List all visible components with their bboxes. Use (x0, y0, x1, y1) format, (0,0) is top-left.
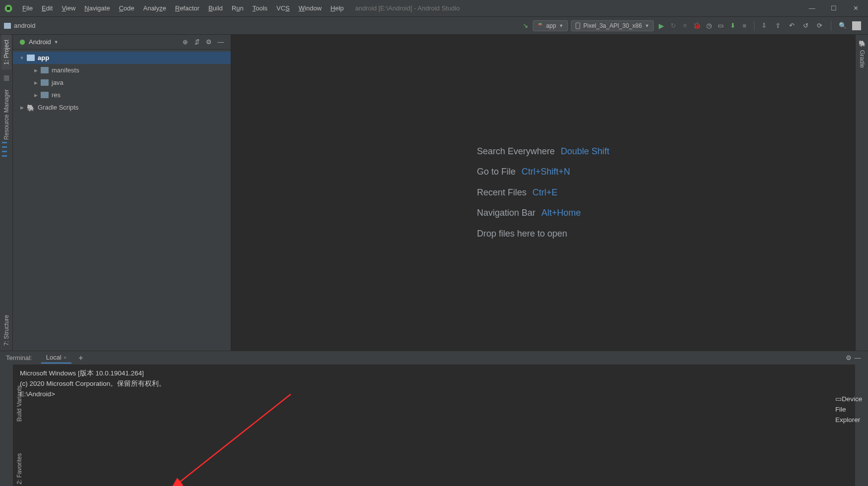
menu-build[interactable]: Build (204, 2, 227, 14)
separator (754, 21, 754, 31)
run-config-combo[interactable]: app ▼ (533, 20, 568, 31)
search-icon[interactable]: 🔍 (838, 21, 847, 30)
separator (831, 21, 831, 31)
terminal-tab-local[interactable]: Local× (41, 352, 72, 364)
folder-icon (41, 92, 49, 98)
gradle-icon: 🐘 (27, 104, 35, 111)
close-button[interactable]: ✕ (852, 4, 859, 12)
right-tool-stripe: 🐘Gradle (855, 35, 868, 351)
terminal-line: Microsoft Windows [版本 10.0.19041.264] (20, 368, 848, 379)
menu-view[interactable]: View (57, 2, 80, 14)
tree-item-manifests[interactable]: ▶ manifests (13, 64, 231, 76)
menu-edit[interactable]: Edit (37, 2, 57, 14)
maximize-button[interactable]: ☐ (830, 4, 837, 12)
titlebar: File Edit View Navigate Code Analyze Ref… (0, 0, 868, 17)
annotation-arrow (162, 389, 301, 486)
hide-icon[interactable]: — (853, 354, 862, 363)
tool-tab-structure[interactable]: 7: Structure (1, 310, 11, 351)
select-opened-file-icon[interactable]: ⊕ (181, 38, 189, 46)
svg-rect-1 (7, 7, 10, 10)
folder-icon (41, 79, 49, 86)
stop-button[interactable]: ■ (740, 21, 749, 30)
navigation-bar: android ↘ app ▼ Pixel_3a_API_30_x86 ▼ ▶ … (0, 17, 868, 35)
project-view-selector[interactable]: Android ▼ (19, 38, 59, 46)
vcs-update-icon[interactable]: ⇩ (759, 21, 768, 30)
device-combo[interactable]: Pixel_3a_API_30_x86 ▼ (571, 20, 654, 31)
menu-help[interactable]: Help (326, 2, 348, 14)
close-icon[interactable]: × (63, 355, 66, 361)
run-config-label: app (546, 22, 556, 29)
make-project-icon[interactable]: ↘ (521, 21, 530, 30)
terminal-prompt: E:\Android> (20, 389, 848, 400)
window-title: android [E:\Android] - Android Studio (355, 4, 460, 12)
chevron-down-icon: ▼ (559, 23, 563, 28)
android-studio-logo-icon (4, 4, 13, 13)
tool-tab-favorites[interactable]: 2: Favorites (13, 448, 26, 486)
hint-label: Navigation Bar (477, 203, 535, 223)
tool-tab-resource-manager[interactable]: Resource Manager (1, 84, 11, 145)
hide-icon[interactable]: — (217, 38, 225, 46)
hint-key: Double Shift (561, 141, 610, 162)
terminal-body[interactable]: Microsoft Windows [版本 10.0.19041.264] (c… (0, 364, 868, 486)
debug-button[interactable]: 🐞 (692, 21, 701, 30)
menu-window[interactable]: Window (294, 2, 326, 14)
tree-label: manifests (52, 66, 79, 74)
menu-run[interactable]: Run (227, 2, 248, 14)
breadcrumb[interactable]: android (4, 22, 35, 29)
chevron-right-icon: ▶ (33, 80, 39, 85)
menu-navigate[interactable]: Navigate (80, 2, 114, 14)
avatar-icon[interactable] (852, 21, 861, 30)
hint-label: Recent Files (477, 182, 526, 203)
tree-label: app (38, 54, 49, 61)
svg-rect-2 (576, 23, 580, 29)
tree-item-gradle-scripts[interactable]: ▶ 🐘 Gradle Scripts (13, 101, 231, 114)
apply-code-icon[interactable]: ≡ (681, 21, 689, 30)
terminal-header: Terminal: Local× + ⚙ — (0, 351, 868, 364)
hint-key: Ctrl+Shift+N (521, 162, 570, 182)
tool-tab-device-file-explorer[interactable]: ▭Device File Explorer (835, 394, 862, 425)
run-button[interactable]: ▶ (657, 21, 666, 30)
chevron-down-icon: ▼ (54, 40, 59, 45)
window-controls: — ☐ ✕ (808, 4, 864, 12)
apply-changes-icon[interactable]: ↻ (669, 21, 678, 30)
gear-icon[interactable]: ⚙ (205, 38, 213, 46)
vcs-history-icon[interactable]: ↶ (787, 21, 796, 30)
profiler-icon[interactable]: ◷ (704, 21, 713, 30)
new-session-button[interactable]: + (78, 354, 83, 363)
project-panel-header: Android ▼ ⊕ ⇵ ⚙ — (13, 35, 231, 50)
left-edge-decoration (0, 140, 9, 159)
menu-tools[interactable]: Tools (248, 2, 272, 14)
expand-all-icon[interactable]: ⇵ (193, 38, 201, 46)
tree-label: Gradle Scripts (38, 104, 78, 111)
tree-label: java (52, 79, 63, 86)
menu-vcs[interactable]: VCS (272, 2, 294, 14)
tree-item-app[interactable]: ▼ app (13, 52, 231, 64)
chevron-right-icon: ▶ (33, 93, 39, 98)
chevron-right-icon: ▶ (19, 105, 25, 110)
tree-label: res (52, 91, 61, 99)
project-tree: ▼ app ▶ manifests ▶ java ▶ res ▶ 🐘 (13, 50, 231, 116)
device-label: Pixel_3a_API_30_x86 (583, 22, 642, 29)
vcs-revert-icon[interactable]: ↺ (801, 21, 810, 30)
vcs-commit-icon[interactable]: ⇧ (773, 21, 782, 30)
tool-tab-build-variants[interactable]: Build Variants (13, 380, 26, 426)
folder-stack-icon[interactable]: ▥ (3, 74, 9, 81)
chevron-right-icon: ▶ (33, 68, 39, 73)
hint-key: Alt+Home (542, 203, 581, 223)
tree-item-java[interactable]: ▶ java (13, 76, 231, 89)
tree-item-res[interactable]: ▶ res (13, 89, 231, 101)
chevron-down-icon: ▼ (19, 56, 25, 61)
tool-tab-project[interactable]: 1: Project (1, 35, 11, 70)
tool-tab-gradle[interactable]: 🐘Gradle (857, 35, 867, 73)
menu-file[interactable]: File (18, 2, 37, 14)
breadcrumb-project: android (14, 22, 35, 29)
sdk-manager-icon[interactable]: ⬇ (728, 21, 737, 30)
menu-refactor[interactable]: Refactor (171, 2, 204, 14)
avd-manager-icon[interactable]: ▭ (716, 21, 725, 30)
menu-analyze[interactable]: Analyze (139, 2, 171, 14)
menu-code[interactable]: Code (115, 2, 139, 14)
sync-icon[interactable]: ⟳ (815, 21, 824, 30)
minimize-button[interactable]: — (808, 4, 815, 12)
left-tool-stripe: 1: Project ▥ Resource Manager 7: Structu… (0, 35, 13, 351)
gear-icon[interactable]: ⚙ (844, 354, 853, 363)
